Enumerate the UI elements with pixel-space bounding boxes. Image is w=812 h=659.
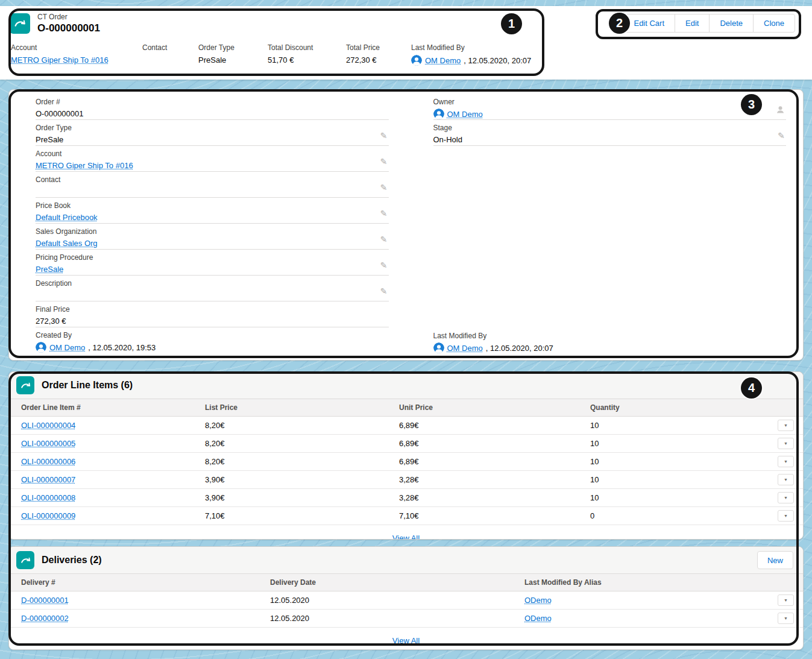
clone-button[interactable]: Clone <box>753 14 795 33</box>
ct-order-icon <box>10 13 30 34</box>
field-contact: Contact ✎ <box>36 172 389 198</box>
page-root: CT Order O-000000001 Edit Cart Edit Dele… <box>0 0 812 659</box>
chevron-down-icon: ▼ <box>784 496 788 500</box>
delivery-row: D-000000002 12.05.2020 ODemo ▼ <box>9 610 803 628</box>
user-avatar <box>433 342 444 353</box>
column-header-order-line-item[interactable]: Order Line Item # <box>9 399 199 417</box>
column-spacer <box>433 146 787 328</box>
account-link[interactable]: METRO Giper Ship To #016 <box>11 55 109 65</box>
view-all-order-line-items-link[interactable]: View All <box>392 534 420 540</box>
delivery-row: D-000000001 12.05.2020 ODemo ▼ <box>9 591 803 610</box>
chevron-down-icon: ▼ <box>784 441 788 446</box>
order-line-item-link[interactable]: OLI-000000008 <box>21 493 75 502</box>
last-modified-date: , 12.05.2020, 20:07 <box>486 344 553 353</box>
column-header-delivery-date[interactable]: Delivery Date <box>264 574 518 591</box>
edit-pricing-procedure-button[interactable]: ✎ <box>380 261 388 270</box>
edit-contact-button[interactable]: ✎ <box>380 183 388 192</box>
column-header-list-price[interactable]: List Price <box>199 399 393 417</box>
last-modified-by-link[interactable]: OM Demo <box>447 344 483 353</box>
created-by-link[interactable]: OM Demo <box>49 343 85 352</box>
edit-stage-button[interactable]: ✎ <box>778 131 785 140</box>
chevron-down-icon: ▼ <box>784 459 788 464</box>
row-actions-button[interactable]: ▼ <box>778 594 794 606</box>
edit-button[interactable]: Edit <box>675 14 710 33</box>
delete-button[interactable]: Delete <box>709 14 754 33</box>
field-sales-organization: Sales Organization Default Sales Org ✎ <box>36 224 389 250</box>
change-owner-icon[interactable] <box>776 105 785 114</box>
order-line-items-panel: Order Line Items (6) Order Line Item # L… <box>8 371 804 540</box>
order-line-item-link[interactable]: OLI-000000005 <box>21 439 75 448</box>
row-actions-button[interactable]: ▼ <box>778 420 794 431</box>
record-details-panel: Order # O-000000001 Order Type PreSale ✎… <box>8 89 804 361</box>
price-book-link[interactable]: Default Pricebook <box>36 213 98 222</box>
highlight-field-last-modified-by: Last Modified By OM Demo , 12.05.2020, 2… <box>411 43 531 66</box>
chevron-down-icon: ▼ <box>784 423 788 427</box>
alias-link[interactable]: ODemo <box>524 596 552 605</box>
field-created-by: Created By OM Demo , 12.05.2020, 19:53 <box>36 327 389 353</box>
deliveries-table: Delivery # Delivery Date Last Modified B… <box>9 573 803 628</box>
last-modified-by-link[interactable]: OM Demo <box>425 56 461 65</box>
field-last-modified-by: Last Modified By OM Demo , 12.05.2020, 2… <box>433 328 787 354</box>
pricing-procedure-link[interactable]: PreSale <box>36 265 63 274</box>
row-actions-button[interactable]: ▼ <box>778 474 794 485</box>
field-stage: Stage On-Hold ✎ <box>433 120 787 146</box>
delivery-link[interactable]: D-000000002 <box>21 614 69 623</box>
highlight-field-account: Account METRO Giper Ship To #016 <box>11 43 142 66</box>
row-actions-button[interactable]: ▼ <box>778 492 794 503</box>
new-delivery-button[interactable]: New <box>757 551 793 569</box>
chevron-down-icon: ▼ <box>784 514 788 518</box>
alias-link[interactable]: ODemo <box>524 614 552 623</box>
field-description: Description ✎ <box>36 276 389 301</box>
row-actions-button[interactable]: ▼ <box>778 456 794 467</box>
edit-order-type-button[interactable]: ✎ <box>380 131 388 140</box>
order-line-items-title: Order Line Items (6) <box>42 380 133 391</box>
created-date: , 12.05.2020, 19:53 <box>88 343 156 352</box>
order-line-item-link[interactable]: OLI-000000006 <box>21 457 75 466</box>
account-link[interactable]: METRO Giper Ship To #016 <box>36 161 133 170</box>
delivery-link[interactable]: D-000000001 <box>21 596 69 605</box>
order-line-item-link[interactable]: OLI-000000007 <box>21 475 75 484</box>
column-header-unit-price[interactable]: Unit Price <box>393 399 584 417</box>
view-all-deliveries-link[interactable]: View All <box>392 636 420 645</box>
deliveries-panel: Deliveries (2) New Delivery # Delivery D… <box>8 546 804 650</box>
deliveries-header: Deliveries (2) New <box>9 547 803 573</box>
chevron-down-icon: ▼ <box>784 598 788 602</box>
field-pricing-procedure: Pricing Procedure PreSale ✎ <box>36 250 389 276</box>
order-line-item-link[interactable]: OLI-000000004 <box>21 421 75 430</box>
edit-account-button[interactable]: ✎ <box>380 157 388 166</box>
details-right-column: Owner OM Demo Stage On-Hold ✎ <box>417 94 794 360</box>
user-avatar <box>433 109 444 119</box>
order-line-item-row: OLI-000000007 3,90€ 3,28€ 10 ▼ <box>9 471 803 489</box>
chevron-down-icon: ▼ <box>784 616 788 620</box>
order-line-items-icon <box>16 376 34 394</box>
highlight-field-total-discount: Total Discount 51,70 € <box>268 43 346 66</box>
deliveries-icon <box>16 551 34 569</box>
order-line-item-link[interactable]: OLI-000000009 <box>21 511 75 520</box>
sales-organization-link[interactable]: Default Sales Org <box>36 239 98 248</box>
order-line-item-row: OLI-000000006 8,20€ 6,89€ 10 ▼ <box>9 453 803 471</box>
column-header-last-modified-alias[interactable]: Last Modified By Alias <box>518 574 772 591</box>
field-final-price: Final Price 272,30 € <box>36 301 389 327</box>
field-order-type: Order Type PreSale ✎ <box>36 120 389 146</box>
owner-link[interactable]: OM Demo <box>447 110 483 119</box>
row-actions-button[interactable]: ▼ <box>778 613 794 624</box>
edit-price-book-button[interactable]: ✎ <box>380 209 388 218</box>
order-line-item-row: OLI-000000004 8,20€ 6,89€ 10 ▼ <box>9 417 803 435</box>
highlight-field-order-type: Order Type PreSale <box>198 43 268 66</box>
record-title: O-000000001 <box>37 22 100 34</box>
column-header-actions <box>772 574 803 591</box>
edit-cart-button[interactable]: Edit Cart <box>623 14 675 33</box>
row-actions-button[interactable]: ▼ <box>778 510 794 522</box>
row-actions-button[interactable]: ▼ <box>778 438 794 449</box>
deliveries-title: Deliveries (2) <box>42 555 102 566</box>
edit-sales-organization-button[interactable]: ✎ <box>380 235 388 244</box>
column-header-quantity[interactable]: Quantity <box>584 399 772 417</box>
order-line-items-header: Order Line Items (6) <box>9 372 803 399</box>
field-account: Account METRO Giper Ship To #016 ✎ <box>36 146 389 172</box>
action-button-group: Edit Cart Edit Delete Clone <box>623 14 795 33</box>
column-header-actions <box>772 399 803 417</box>
column-header-delivery[interactable]: Delivery # <box>9 574 264 591</box>
last-modified-date: , 12.05.2020, 20:07 <box>464 56 531 65</box>
edit-description-button[interactable]: ✎ <box>380 287 388 295</box>
chevron-down-icon: ▼ <box>784 478 788 482</box>
